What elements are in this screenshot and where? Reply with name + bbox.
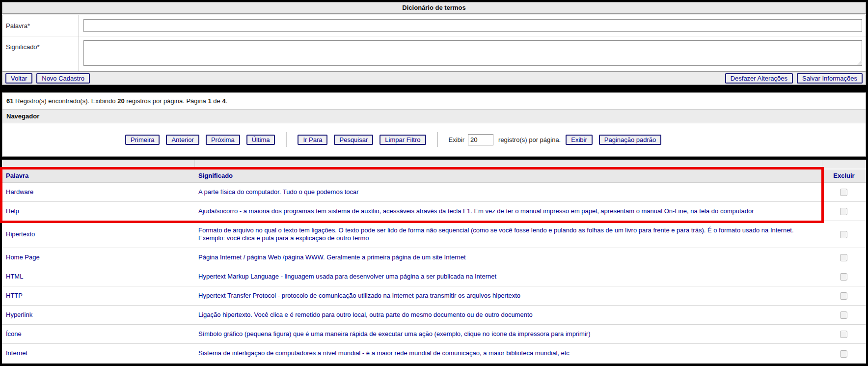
column-header-excluir: Excluir bbox=[822, 169, 866, 183]
significado-field-wrap bbox=[79, 36, 866, 71]
per-page-suffix: registro(s) por página. bbox=[498, 136, 561, 143]
strip-cell bbox=[2, 160, 194, 169]
delete-checkbox[interactable] bbox=[840, 231, 847, 238]
pesquisar-button[interactable]: Pesquisar bbox=[334, 135, 373, 145]
ultima-button[interactable]: Última bbox=[246, 135, 275, 145]
table-row: Help Ajuda/socorro - a maioria dos progr… bbox=[2, 202, 866, 221]
terms-table-wrap: Palavra Significado Excluir Hardware A p… bbox=[2, 160, 866, 364]
table-top-strip bbox=[2, 160, 866, 169]
per-page-input[interactable] bbox=[468, 134, 493, 145]
significado-textarea[interactable] bbox=[83, 40, 862, 66]
salvar-informacoes-button[interactable]: Salvar Informações bbox=[797, 73, 863, 84]
significado-cell: Sistema de interligação de computadores … bbox=[194, 344, 822, 363]
palavra-cell[interactable]: Help bbox=[2, 202, 194, 221]
anterior-button[interactable]: Anterior bbox=[166, 135, 199, 145]
significado-cell: Hypertext Markup Language - linguagem us… bbox=[194, 267, 822, 286]
table-header-row: Palavra Significado Excluir bbox=[2, 169, 866, 183]
total-pages: 4 bbox=[222, 97, 225, 105]
palavra-cell[interactable]: Home Page bbox=[2, 248, 194, 267]
page-nav-group: Primeira Anterior Próxima Última bbox=[125, 135, 275, 145]
pagination-bar: Primeira Anterior Próxima Última Ir Para… bbox=[2, 123, 866, 156]
page-title: Dicionário de termos bbox=[2, 2, 866, 14]
voltar-button[interactable]: Voltar bbox=[5, 73, 32, 84]
form-toolbar: Voltar Novo Cadastro Desfazer Alterações… bbox=[2, 72, 866, 85]
excluir-cell bbox=[822, 183, 866, 202]
palavra-field-wrap bbox=[79, 15, 866, 36]
excluir-cell bbox=[822, 267, 866, 286]
palavra-cell[interactable]: Hardware bbox=[2, 183, 194, 202]
palavra-cell[interactable]: HTML bbox=[2, 267, 194, 286]
terms-table: Palavra Significado Excluir Hardware A p… bbox=[2, 160, 866, 364]
term-form: Palavra* Significado* bbox=[2, 15, 866, 72]
significado-label: Significado* bbox=[2, 36, 79, 71]
column-header-palavra[interactable]: Palavra bbox=[2, 169, 194, 183]
results-block: 61 Registro(s) encontrado(s). Exibindo 2… bbox=[2, 92, 866, 157]
delete-checkbox[interactable] bbox=[840, 331, 847, 338]
desfazer-alteracoes-button[interactable]: Desfazer Alterações bbox=[725, 73, 793, 84]
table-row: HTTP Hypertext Transfer Protocol - proto… bbox=[2, 286, 866, 306]
delete-checkbox[interactable] bbox=[840, 254, 847, 261]
table-row: Hipertexto Formato de arquivo no qual o … bbox=[2, 221, 866, 248]
excluir-cell bbox=[822, 306, 866, 325]
table-row: Hyperlink Ligação hipertexto. Você clica… bbox=[2, 306, 866, 325]
excluir-cell bbox=[822, 344, 866, 363]
table-row: Hardware A parte física do computador. T… bbox=[2, 183, 866, 202]
palavra-cell[interactable]: Internet bbox=[2, 344, 194, 363]
records-per-page: 20 bbox=[117, 97, 124, 105]
exibir-label: Exibir bbox=[449, 136, 465, 143]
excluir-cell bbox=[822, 325, 866, 344]
palavra-label: Palavra* bbox=[2, 15, 79, 36]
table-row: Internet Sistema de interligação de comp… bbox=[2, 344, 866, 363]
exibir-button[interactable]: Exibir bbox=[566, 135, 593, 145]
significado-cell: Página Internet / página Web /página WWW… bbox=[194, 248, 822, 267]
delete-checkbox[interactable] bbox=[840, 311, 847, 319]
paginacao-padrao-button[interactable]: Paginação padrão bbox=[599, 135, 662, 145]
divider bbox=[437, 132, 438, 147]
significado-cell: Símbolo gráfico (pequena figura) que é u… bbox=[194, 325, 822, 344]
limpar-filtro-button[interactable]: Limpar Filtro bbox=[380, 135, 426, 145]
palavra-input[interactable] bbox=[83, 19, 862, 32]
status-text-1: Registro(s) encontrado(s). Exibindo bbox=[13, 97, 117, 105]
excluir-cell bbox=[822, 221, 866, 248]
proxima-button[interactable]: Próxima bbox=[206, 135, 240, 145]
palavra-cell[interactable]: HTTP bbox=[2, 286, 194, 306]
significado-cell: Ajuda/socorro - a maioria dos programas … bbox=[194, 202, 822, 221]
navigator-header: Navegador bbox=[2, 109, 866, 123]
ir-para-button[interactable]: Ir Para bbox=[298, 135, 327, 145]
excluir-cell bbox=[822, 286, 866, 306]
novo-cadastro-button[interactable]: Novo Cadastro bbox=[36, 73, 90, 84]
palavra-row: Palavra* bbox=[2, 15, 866, 36]
current-page: 1 bbox=[208, 97, 211, 105]
delete-checkbox[interactable] bbox=[840, 208, 847, 215]
table-row: Ícone Símbolo gráfico (pequena figura) q… bbox=[2, 325, 866, 344]
delete-checkbox[interactable] bbox=[840, 189, 847, 196]
records-count: 61 bbox=[6, 97, 13, 105]
toolbar-left-group: Voltar Novo Cadastro bbox=[5, 73, 90, 84]
search-group: Ir Para Pesquisar Limpar Filtro bbox=[298, 135, 426, 145]
column-header-significado[interactable]: Significado bbox=[194, 169, 822, 183]
palavra-cell[interactable]: Ícone bbox=[2, 325, 194, 344]
primeira-button[interactable]: Primeira bbox=[125, 135, 160, 145]
significado-cell: Formato de arquivo no qual o texto tem l… bbox=[194, 221, 822, 248]
table-row: HTML Hypertext Markup Language - linguag… bbox=[2, 267, 866, 286]
significado-row: Significado* bbox=[2, 36, 866, 71]
records-status: 61 Registro(s) encontrado(s). Exibindo 2… bbox=[2, 93, 866, 109]
significado-cell: A parte física do computador. Tudo o que… bbox=[194, 183, 822, 202]
divider bbox=[286, 132, 287, 147]
toolbar-right-group: Desfazer Alterações Salvar Informações bbox=[725, 73, 863, 84]
significado-cell: Hypertext Transfer Protocol - protocolo … bbox=[194, 286, 822, 306]
delete-checkbox[interactable] bbox=[840, 273, 847, 281]
status-text-4: . bbox=[226, 97, 228, 105]
status-text-2: registros por página. Página bbox=[125, 97, 208, 105]
palavra-cell[interactable]: Hipertexto bbox=[2, 221, 194, 248]
strip-cell bbox=[822, 160, 866, 169]
status-text-3: de bbox=[212, 97, 222, 105]
strip-cell bbox=[194, 160, 822, 169]
excluir-cell bbox=[822, 202, 866, 221]
delete-checkbox[interactable] bbox=[840, 292, 847, 300]
excluir-cell bbox=[822, 248, 866, 267]
table-row: Home Page Página Internet / página Web /… bbox=[2, 248, 866, 267]
significado-cell: Ligação hipertexto. Você clica e é remet… bbox=[194, 306, 822, 325]
delete-checkbox[interactable] bbox=[840, 350, 847, 358]
palavra-cell[interactable]: Hyperlink bbox=[2, 306, 194, 325]
